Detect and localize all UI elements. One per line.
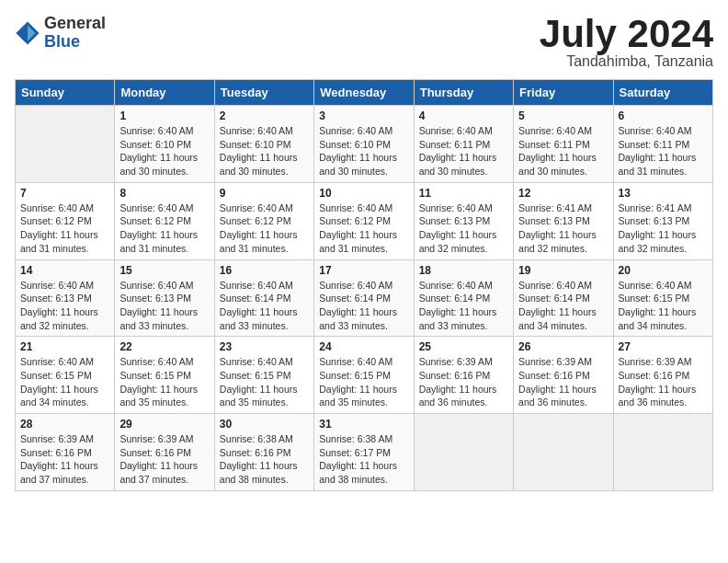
day-detail: Sunrise: 6:40 AM Sunset: 6:14 PM Dayligh… [319, 279, 408, 333]
day-number: 19 [518, 264, 608, 277]
day-number: 30 [220, 418, 309, 431]
calendar-week-5: 28Sunrise: 6:39 AM Sunset: 6:16 PM Dayli… [16, 414, 713, 491]
header-wednesday: Wednesday [314, 80, 414, 106]
calendar-cell: 7Sunrise: 6:40 AM Sunset: 6:12 PM Daylig… [16, 182, 115, 259]
calendar-week-3: 14Sunrise: 6:40 AM Sunset: 6:13 PM Dayli… [16, 259, 713, 337]
calendar-cell: 29Sunrise: 6:39 AM Sunset: 6:16 PM Dayli… [115, 414, 214, 491]
calendar-cell: 9Sunrise: 6:40 AM Sunset: 6:12 PM Daylig… [214, 182, 313, 259]
calendar-cell: 8Sunrise: 6:40 AM Sunset: 6:12 PM Daylig… [115, 182, 214, 259]
day-number: 21 [20, 340, 109, 353]
calendar-cell: 12Sunrise: 6:41 AM Sunset: 6:13 PM Dayli… [514, 182, 613, 259]
calendar-week-2: 7Sunrise: 6:40 AM Sunset: 6:12 PM Daylig… [16, 182, 713, 259]
day-number: 5 [518, 109, 608, 122]
month-year-title: July 2024 [540, 15, 713, 53]
calendar-cell: 24Sunrise: 6:40 AM Sunset: 6:15 PM Dayli… [314, 337, 414, 414]
calendar-cell [16, 106, 115, 183]
day-number: 1 [119, 109, 209, 122]
calendar-cell: 1Sunrise: 6:40 AM Sunset: 6:10 PM Daylig… [115, 106, 214, 183]
day-detail: Sunrise: 6:40 AM Sunset: 6:14 PM Dayligh… [419, 279, 508, 333]
day-detail: Sunrise: 6:39 AM Sunset: 6:16 PM Dayligh… [619, 355, 708, 409]
day-detail: Sunrise: 6:40 AM Sunset: 6:10 PM Dayligh… [220, 124, 309, 178]
calendar-cell: 10Sunrise: 6:40 AM Sunset: 6:12 PM Dayli… [314, 182, 414, 259]
day-number: 17 [319, 264, 408, 277]
day-detail: Sunrise: 6:40 AM Sunset: 6:12 PM Dayligh… [220, 201, 309, 256]
day-number: 13 [619, 187, 708, 200]
day-number: 10 [319, 187, 408, 200]
day-detail: Sunrise: 6:39 AM Sunset: 6:16 PM Dayligh… [419, 355, 508, 409]
calendar-body: 1Sunrise: 6:40 AM Sunset: 6:10 PM Daylig… [16, 106, 713, 491]
day-detail: Sunrise: 6:40 AM Sunset: 6:15 PM Dayligh… [619, 279, 708, 333]
calendar-cell: 15Sunrise: 6:40 AM Sunset: 6:13 PM Dayli… [115, 259, 214, 337]
day-detail: Sunrise: 6:41 AM Sunset: 6:13 PM Dayligh… [518, 201, 608, 256]
calendar-cell: 22Sunrise: 6:40 AM Sunset: 6:15 PM Dayli… [115, 337, 214, 414]
calendar-week-1: 1Sunrise: 6:40 AM Sunset: 6:10 PM Daylig… [16, 106, 713, 183]
logo-blue: Blue [44, 33, 106, 52]
day-detail: Sunrise: 6:40 AM Sunset: 6:10 PM Dayligh… [319, 124, 408, 178]
calendar-table: SundayMondayTuesdayWednesdayThursdayFrid… [15, 79, 713, 491]
calendar-cell: 13Sunrise: 6:41 AM Sunset: 6:13 PM Dayli… [613, 182, 712, 259]
calendar-cell: 4Sunrise: 6:40 AM Sunset: 6:11 PM Daylig… [414, 106, 513, 183]
day-detail: Sunrise: 6:39 AM Sunset: 6:16 PM Dayligh… [119, 432, 209, 487]
header-saturday: Saturday [613, 80, 712, 106]
day-detail: Sunrise: 6:41 AM Sunset: 6:13 PM Dayligh… [619, 201, 708, 256]
calendar-cell: 11Sunrise: 6:40 AM Sunset: 6:13 PM Dayli… [414, 182, 513, 259]
day-detail: Sunrise: 6:40 AM Sunset: 6:14 PM Dayligh… [518, 279, 608, 333]
calendar-cell: 17Sunrise: 6:40 AM Sunset: 6:14 PM Dayli… [314, 259, 414, 337]
day-number: 27 [619, 340, 708, 353]
header-thursday: Thursday [414, 80, 513, 106]
day-number: 14 [20, 264, 109, 277]
title-block: July 2024 Tandahimba, Tanzania [540, 15, 713, 70]
day-detail: Sunrise: 6:40 AM Sunset: 6:13 PM Dayligh… [419, 201, 508, 256]
day-number: 24 [319, 340, 408, 353]
day-number: 6 [619, 109, 708, 122]
header-monday: Monday [115, 80, 214, 106]
calendar-cell [613, 414, 712, 491]
day-detail: Sunrise: 6:40 AM Sunset: 6:10 PM Dayligh… [119, 124, 209, 178]
day-number: 12 [518, 187, 608, 200]
day-detail: Sunrise: 6:38 AM Sunset: 6:17 PM Dayligh… [319, 432, 408, 487]
day-detail: Sunrise: 6:40 AM Sunset: 6:12 PM Dayligh… [319, 201, 408, 256]
day-detail: Sunrise: 6:39 AM Sunset: 6:16 PM Dayligh… [20, 432, 109, 487]
logo-text: General Blue [44, 15, 106, 52]
calendar-cell: 25Sunrise: 6:39 AM Sunset: 6:16 PM Dayli… [414, 337, 513, 414]
calendar-cell: 19Sunrise: 6:40 AM Sunset: 6:14 PM Dayli… [514, 259, 613, 337]
calendar-week-4: 21Sunrise: 6:40 AM Sunset: 6:15 PM Dayli… [16, 337, 713, 414]
day-number: 4 [419, 109, 508, 122]
day-number: 15 [119, 264, 209, 277]
header-sunday: Sunday [16, 80, 115, 106]
calendar-cell: 5Sunrise: 6:40 AM Sunset: 6:11 PM Daylig… [514, 106, 613, 183]
day-number: 11 [419, 187, 508, 200]
day-detail: Sunrise: 6:40 AM Sunset: 6:15 PM Dayligh… [319, 355, 408, 409]
header-tuesday: Tuesday [214, 80, 313, 106]
calendar-cell: 28Sunrise: 6:39 AM Sunset: 6:16 PM Dayli… [16, 414, 115, 491]
day-detail: Sunrise: 6:40 AM Sunset: 6:12 PM Dayligh… [119, 201, 209, 256]
location-subtitle: Tandahimba, Tanzania [540, 53, 713, 70]
logo: General Blue [15, 15, 106, 52]
day-detail: Sunrise: 6:40 AM Sunset: 6:11 PM Dayligh… [419, 124, 508, 178]
header-friday: Friday [514, 80, 613, 106]
calendar-cell [514, 414, 613, 491]
calendar-cell: 3Sunrise: 6:40 AM Sunset: 6:10 PM Daylig… [314, 106, 414, 183]
day-detail: Sunrise: 6:40 AM Sunset: 6:15 PM Dayligh… [220, 355, 309, 409]
day-number: 23 [220, 340, 309, 353]
calendar-header: SundayMondayTuesdayWednesdayThursdayFrid… [16, 80, 713, 106]
logo-general: General [44, 15, 106, 33]
day-number: 7 [20, 187, 109, 200]
day-detail: Sunrise: 6:40 AM Sunset: 6:12 PM Dayligh… [20, 201, 109, 256]
calendar-cell: 6Sunrise: 6:40 AM Sunset: 6:11 PM Daylig… [613, 106, 712, 183]
calendar-cell [414, 414, 513, 491]
day-number: 20 [619, 264, 708, 277]
calendar-cell: 27Sunrise: 6:39 AM Sunset: 6:16 PM Dayli… [613, 337, 712, 414]
day-number: 25 [419, 340, 508, 353]
day-detail: Sunrise: 6:40 AM Sunset: 6:15 PM Dayligh… [20, 355, 109, 409]
day-number: 22 [119, 340, 209, 353]
calendar-cell: 20Sunrise: 6:40 AM Sunset: 6:15 PM Dayli… [613, 259, 712, 337]
calendar-cell: 16Sunrise: 6:40 AM Sunset: 6:14 PM Dayli… [214, 259, 313, 337]
calendar-cell: 2Sunrise: 6:40 AM Sunset: 6:10 PM Daylig… [214, 106, 313, 183]
day-detail: Sunrise: 6:40 AM Sunset: 6:13 PM Dayligh… [119, 279, 209, 333]
logo-icon [15, 20, 40, 46]
day-number: 8 [119, 187, 209, 200]
page-header: General Blue July 2024 Tandahimba, Tanza… [15, 15, 713, 70]
day-number: 31 [319, 418, 408, 431]
day-detail: Sunrise: 6:40 AM Sunset: 6:13 PM Dayligh… [20, 279, 109, 333]
